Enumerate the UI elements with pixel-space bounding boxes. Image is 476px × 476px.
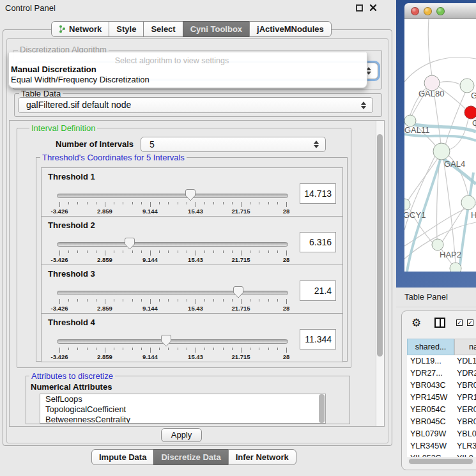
table-row[interactable]: YDL19...YDL1 bbox=[407, 355, 476, 367]
network-node-h[interactable] bbox=[461, 196, 475, 210]
cell-shared-name[interactable]: YER054C bbox=[410, 404, 446, 416]
column-header-shared-name[interactable]: shared... bbox=[407, 339, 454, 355]
network-edge[interactable] bbox=[404, 58, 476, 82]
number-of-intervals-label: Number of Intervals bbox=[56, 139, 134, 149]
threshold-2-slider-thumb[interactable] bbox=[125, 238, 135, 250]
threshold-1-panel: Threshold 1-3.4262.8599.14415.4321.71528… bbox=[41, 167, 343, 217]
algorithm-option-equal-width-frequency-discretization[interactable]: Equal Width/Frequency Discretization bbox=[11, 75, 150, 84]
cell-name[interactable]: YIL0 bbox=[457, 452, 473, 457]
cell-shared-name[interactable]: YBL079W bbox=[410, 428, 446, 440]
number-of-intervals-spinner[interactable]: 5 bbox=[141, 137, 326, 152]
network-node-c[interactable] bbox=[464, 106, 476, 119]
attributes-list-scrollbar-thumb[interactable] bbox=[319, 394, 325, 423]
table-row[interactable]: YBR045CYBR0 bbox=[407, 416, 476, 428]
slider-tick bbox=[286, 202, 287, 207]
slider-tick bbox=[268, 299, 269, 302]
tab-style[interactable]: Style bbox=[109, 21, 144, 37]
table-row[interactable]: YPR145WYPR1 bbox=[407, 392, 476, 404]
table-row[interactable]: YLR345WYLR3 bbox=[407, 440, 476, 452]
network-node-label: GAL80 bbox=[418, 89, 444, 98]
numerical-attributes-list[interactable]: SelfLoopsTopologicalCoefficientBetweenne… bbox=[40, 394, 326, 424]
float-window-icon[interactable] bbox=[356, 4, 363, 12]
tab-infer-network[interactable]: Infer Network bbox=[228, 449, 296, 465]
threshold-4-slider-thumb[interactable] bbox=[161, 335, 171, 347]
cell-shared-name[interactable]: YBR045C bbox=[410, 416, 446, 428]
slider-tick bbox=[159, 202, 160, 204]
table-row[interactable]: YBL079WYBL0 bbox=[407, 428, 476, 440]
threshold-1-value-field[interactable]: 14.713 bbox=[300, 183, 336, 204]
network-node-label: GAL4 bbox=[444, 159, 465, 169]
network-node-hap2[interactable] bbox=[432, 239, 443, 250]
cell-name[interactable]: YPR1 bbox=[457, 392, 476, 404]
tab-discretize-data[interactable]: Discretize Data bbox=[153, 449, 228, 465]
threshold-3-value-field[interactable]: 21.4 bbox=[300, 280, 336, 301]
cell-shared-name[interactable]: YDL19... bbox=[410, 355, 441, 367]
threshold-2-value-field[interactable]: 6.316 bbox=[300, 232, 336, 252]
cell-name[interactable]: YBL0 bbox=[457, 428, 476, 440]
threshold-4-panel: Threshold 4-3.4262.8599.14415.4321.71528… bbox=[41, 313, 343, 362]
attribute-item-selfloops[interactable]: SelfLoops bbox=[40, 394, 325, 404]
attribute-item-topologicalcoefficient[interactable]: TopologicalCoefficient bbox=[40, 404, 325, 415]
table-row[interactable]: YIL052CYIL0 bbox=[407, 452, 476, 457]
cell-shared-name[interactable]: YIL052C bbox=[410, 452, 441, 457]
tab-select[interactable]: Select bbox=[143, 21, 183, 37]
table-row[interactable]: YDR27...YDR2 bbox=[407, 367, 476, 380]
table-row[interactable]: YBR043CYBR0 bbox=[407, 380, 476, 392]
slider-tick-label: 2.859 bbox=[86, 256, 124, 263]
slider-tick-label: -3.426 bbox=[40, 256, 79, 263]
table-data-combobox[interactable]: galFiltered.sif default node bbox=[18, 97, 373, 113]
threshold-2-label: Threshold 2 bbox=[48, 220, 95, 230]
vertical-scrollbar-thumb[interactable] bbox=[377, 134, 383, 357]
checkbox-icon[interactable]: ✓ bbox=[456, 319, 463, 326]
algorithm-option-manual-discretization[interactable]: Manual Discretization bbox=[11, 65, 96, 74]
table-row[interactable]: YER054CYER0 bbox=[407, 404, 476, 416]
tab-network[interactable]: Network bbox=[51, 21, 109, 37]
tab-impute-data[interactable]: Impute Data bbox=[91, 449, 154, 465]
cell-shared-name[interactable]: YPR145W bbox=[410, 392, 447, 404]
cell-shared-name[interactable]: YLR345W bbox=[410, 440, 447, 452]
network-edge[interactable] bbox=[448, 119, 468, 150]
checkbox-icon[interactable]: ✓ bbox=[467, 319, 473, 326]
network-node-gal4[interactable] bbox=[433, 143, 450, 160]
threshold-2-slider-track[interactable] bbox=[57, 242, 288, 247]
cell-shared-name[interactable]: YBR043C bbox=[410, 380, 446, 392]
close-light-icon[interactable] bbox=[411, 7, 419, 15]
cell-name[interactable]: YBR0 bbox=[457, 380, 476, 392]
columns-icon[interactable] bbox=[434, 318, 445, 328]
network-edge[interactable] bbox=[443, 159, 456, 263]
threshold-3-slider-thumb[interactable] bbox=[233, 286, 243, 298]
zoom-light-icon[interactable] bbox=[436, 7, 445, 15]
cell-name[interactable]: YDL1 bbox=[457, 355, 476, 367]
cell-name[interactable]: YLR3 bbox=[457, 440, 476, 452]
slider-tick bbox=[277, 348, 278, 350]
network-node[interactable] bbox=[450, 263, 461, 272]
slider-tick bbox=[68, 348, 69, 350]
slider-tick bbox=[259, 299, 259, 302]
network-node-label: GCY1 bbox=[404, 210, 426, 220]
network-window-titlebar[interactable] bbox=[404, 3, 476, 19]
close-icon[interactable] bbox=[369, 4, 377, 12]
network-edge[interactable] bbox=[428, 19, 432, 75]
network-node-gcy1[interactable] bbox=[404, 199, 410, 210]
threshold-4-slider-track[interactable] bbox=[57, 339, 288, 344]
network-edge[interactable] bbox=[440, 82, 460, 84]
threshold-1-slider-track[interactable] bbox=[57, 194, 288, 198]
column-header-name[interactable]: na bbox=[454, 339, 476, 355]
minimize-light-icon[interactable] bbox=[424, 7, 432, 15]
apply-button[interactable]: Apply bbox=[161, 428, 202, 442]
table-body[interactable]: YDL19...YDL1YDR27...YDR2YBR043CYBR0YPR14… bbox=[407, 355, 476, 457]
slider-tick bbox=[150, 250, 151, 256]
threshold-3-slider-track[interactable] bbox=[57, 291, 288, 295]
gear-icon[interactable]: ⚙ bbox=[411, 316, 421, 329]
cell-shared-name[interactable]: YDR27... bbox=[410, 367, 443, 380]
cell-name[interactable]: YBR0 bbox=[457, 416, 476, 428]
tab-jactivemnodules[interactable]: jActiveMNodules bbox=[249, 21, 332, 37]
threshold-1-slider-thumb[interactable] bbox=[185, 189, 196, 201]
network-canvas[interactable]: GAL80GACGAL11GAL4GCY1HHAP2 bbox=[404, 19, 476, 272]
horizontal-scrollbar-thumb[interactable] bbox=[409, 459, 473, 464]
tab-cyni-toolbox[interactable]: Cyni Toolbox bbox=[183, 21, 250, 37]
cell-name[interactable]: YER0 bbox=[457, 404, 476, 416]
threshold-4-value-field[interactable]: 11.344 bbox=[300, 329, 336, 349]
cell-name[interactable]: YDR2 bbox=[457, 367, 476, 380]
attribute-item-betweennesscentrality[interactable]: BetweennessCentrality bbox=[40, 415, 325, 424]
